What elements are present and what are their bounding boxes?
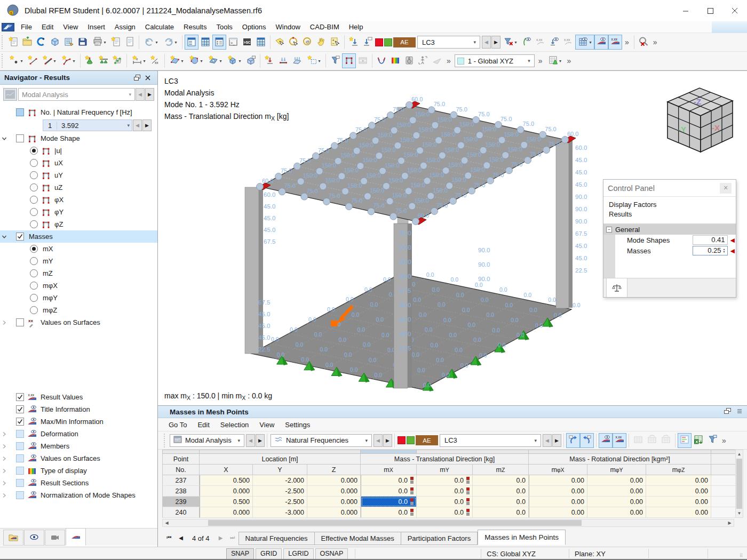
col-group-location[interactable]: Location [m]: [200, 454, 361, 465]
cell-240-Z[interactable]: 0.000: [307, 507, 361, 518]
analysis-next-button[interactable]: ▶: [145, 88, 154, 101]
mode-shape-display-button[interactable]: [342, 53, 356, 68]
excel-export-button[interactable]: X: [692, 433, 705, 448]
table-float-icon[interactable]: [724, 408, 731, 416]
vertical-scrollbar[interactable]: ▲▼: [735, 450, 743, 518]
filter-results-button[interactable]: [328, 53, 342, 68]
spinner-icon[interactable]: ▴▾: [724, 248, 725, 253]
mesh-settings-button[interactable]: ▾: [545, 53, 565, 68]
new-block-button[interactable]: [244, 53, 258, 68]
envelope-badge[interactable]: AE: [393, 37, 416, 47]
masses-factor-input[interactable]: 0.25▴▾: [693, 246, 728, 255]
cell-238-Y[interactable]: -2.500: [253, 486, 307, 497]
pan-view-button[interactable]: [314, 35, 328, 50]
display-option-members-checkbox[interactable]: [16, 442, 24, 450]
row-header-240[interactable]: 240: [162, 507, 200, 518]
display-option-title-information-checkbox[interactable]: [16, 405, 24, 413]
tree-option-mφZ[interactable]: mφZ: [0, 304, 157, 316]
tree-option-mX[interactable]: mX: [0, 243, 157, 255]
result-swatch-red[interactable]: [375, 38, 383, 46]
vscroll-thumb[interactable]: [736, 459, 742, 509]
cell-240-mZ[interactable]: 0.0: [473, 507, 529, 518]
result-swatch-green[interactable]: [384, 38, 392, 46]
tree-option-φZ[interactable]: φZ: [0, 218, 157, 230]
result-diagram-button[interactable]: [375, 53, 388, 68]
table-tab-natural-frequencies[interactable]: Natural Frequencies: [239, 532, 315, 545]
menu-help[interactable]: Help: [344, 22, 368, 32]
save-button[interactable]: [76, 35, 90, 50]
toolbar-overflow-5[interactable]: »: [565, 57, 574, 65]
table-chart-button[interactable]: [678, 433, 692, 448]
display-option-result-sections-checkbox[interactable]: [16, 479, 24, 487]
cell-238-X[interactable]: 0.000: [200, 486, 253, 497]
maximize-button[interactable]: [698, 0, 722, 21]
tree-option-uZ[interactable]: uZ: [0, 181, 157, 194]
model-data-button[interactable]: [48, 35, 62, 50]
undo-button[interactable]: ▾: [141, 35, 161, 50]
display-option-deformation-checkbox[interactable]: [16, 430, 24, 438]
chevron-down-icon[interactable]: [0, 234, 9, 239]
status-toggle-osnap[interactable]: OSNAP: [315, 548, 348, 559]
cell-239-Z[interactable]: 0.000: [307, 497, 361, 507]
cell-237-mφY[interactable]: 0.00: [587, 475, 646, 486]
menu-tools[interactable]: Tools: [211, 22, 237, 32]
minimize-button[interactable]: [673, 0, 698, 21]
walk-mode-button[interactable]: [416, 53, 430, 68]
animation-button[interactable]: [356, 53, 370, 68]
display-option-type-of-display-checkbox[interactable]: [16, 467, 24, 475]
cell-237-X[interactable]: 0.500: [200, 475, 253, 486]
new-line-support-button[interactable]: [97, 53, 110, 68]
col-header-mY[interactable]: mY: [417, 465, 473, 475]
dlubal-center-button[interactable]: [34, 35, 48, 50]
edit-model-button[interactable]: [62, 35, 76, 50]
next-table-button[interactable]: ▶: [215, 532, 227, 543]
cell-240-mY[interactable]: 0.0: [417, 507, 473, 518]
menu-calculate[interactable]: Calculate: [140, 22, 179, 32]
last-table-button[interactable]: ⏭: [227, 532, 239, 543]
select-add-remove-button[interactable]: +−: [328, 35, 342, 50]
table-menu-go-to[interactable]: Go To: [163, 420, 192, 430]
hscroll-thumb[interactable]: [208, 520, 582, 526]
radio-mY[interactable]: [30, 257, 38, 265]
display-option-max-min-information[interactable]: Max/Min Information: [0, 415, 157, 428]
table-analysis-select[interactable]: Modal Analysis▾: [170, 434, 244, 447]
tree-option-mZ[interactable]: mZ: [0, 267, 157, 279]
table-load-case-select-next-button[interactable]: ▶: [552, 434, 561, 447]
toolbar-overflow-2[interactable]: »: [650, 38, 660, 46]
cell-240-mX[interactable]: 0.0: [361, 507, 417, 518]
show-result-values-button[interactable]: x.xx: [608, 35, 622, 50]
toolbar-overflow-1[interactable]: »: [622, 38, 632, 46]
printout-report-button[interactable]: [123, 35, 137, 50]
row-header-237[interactable]: 237: [162, 475, 200, 486]
export-loads-button[interactable]: [361, 35, 375, 50]
panels-toggle-button[interactable]: [212, 35, 226, 50]
analysis-prev-button[interactable]: ◀: [136, 88, 145, 101]
table-swatch-red[interactable]: [398, 436, 406, 444]
cell-238-mX[interactable]: 0.0: [361, 486, 417, 497]
cell-237-mφZ[interactable]: 0.00: [646, 475, 711, 486]
masses-checkbox[interactable]: [16, 233, 24, 241]
mode-shapes-factor-input[interactable]: 0.41: [693, 235, 728, 245]
close-button[interactable]: [722, 0, 747, 21]
menu-cad-bim[interactable]: CAD-BIM: [305, 22, 344, 32]
table-result-category-select-prev-button[interactable]: ◀: [374, 434, 383, 447]
tree-item-masses[interactable]: Masses: [0, 230, 157, 243]
navigator-tab-data-navigator[interactable]: [3, 530, 23, 546]
menu-insert[interactable]: Insert: [83, 22, 110, 32]
cell-239-Y[interactable]: -2.500: [253, 497, 307, 507]
load-case-select-next-button[interactable]: ▶: [491, 36, 500, 49]
panel-toggle-icon[interactable]: [0, 23, 16, 31]
menu-assign[interactable]: Assign: [110, 22, 140, 32]
filter-loads-button[interactable]: ▾: [500, 35, 520, 50]
show-deformation-values-button[interactable]: x.xx: [561, 35, 575, 50]
new-printout-report-button[interactable]: [109, 35, 123, 50]
display-option-result-values[interactable]: x.xxResult Values: [0, 391, 157, 403]
cell-240-mφZ[interactable]: 0.00: [646, 507, 711, 518]
mesh-toggle-button[interactable]: ▾: [575, 35, 594, 50]
scroll-left-icon[interactable]: ◀: [163, 519, 171, 527]
chevron-down-icon[interactable]: [0, 136, 9, 141]
cell-239-mφZ[interactable]: 0.00: [646, 497, 711, 507]
col-group-rotational[interactable]: Mass - Rotational Direction [kgm²]: [529, 454, 711, 465]
shortcut-console-button[interactable]: >SC: [240, 35, 254, 50]
radio-φY[interactable]: [30, 208, 38, 216]
